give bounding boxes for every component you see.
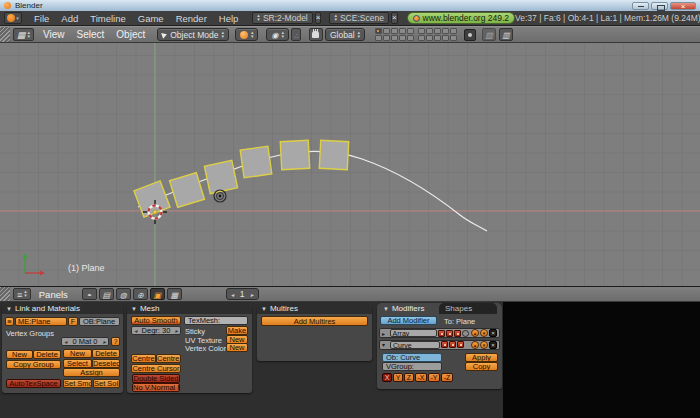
layer-toggle[interactable]	[434, 35, 441, 41]
axis-z-toggle[interactable]: Z	[404, 373, 414, 382]
close-button[interactable]	[670, 2, 696, 10]
render-preview-button[interactable]	[482, 28, 496, 41]
axis-x-toggle[interactable]: X	[382, 373, 392, 382]
buttons-window-type-button[interactable]	[13, 288, 31, 300]
layer-toggle[interactable]	[407, 28, 414, 34]
vgroup-delete-button[interactable]: Delete	[33, 350, 61, 359]
menu-help[interactable]: Help	[219, 13, 239, 24]
stepper-right-icon[interactable]: ▸	[175, 327, 178, 334]
scene-delete-button[interactable]: ×	[391, 12, 398, 24]
panels-menu[interactable]: Panels	[39, 289, 68, 300]
window-corner-handle[interactable]	[0, 27, 10, 42]
plane-object[interactable]	[319, 140, 348, 169]
render-snapshot-button[interactable]	[499, 28, 513, 41]
menu-game[interactable]: Game	[138, 13, 164, 24]
object-context-button[interactable]	[133, 288, 148, 300]
menu-render[interactable]: Render	[176, 13, 207, 24]
orientation-dropdown[interactable]: Global	[325, 28, 365, 41]
apply-button[interactable]: Apply	[465, 353, 498, 362]
material-stepper[interactable]: ◂ 0 Mat 0 ▸	[61, 337, 109, 346]
autotexspace-toggle[interactable]: AutoTexSpace	[6, 379, 61, 388]
material-delete-button[interactable]: Delete	[92, 349, 120, 358]
plane-object[interactable]	[204, 160, 237, 193]
delete-modifier-button[interactable]	[489, 329, 497, 337]
stepper-left-icon[interactable]: ◂	[231, 291, 234, 298]
screen-selector[interactable]: SR:2-Model	[252, 12, 312, 24]
editmode-toggle-icon[interactable]	[457, 341, 464, 348]
move-down-button[interactable]	[480, 329, 488, 337]
layer-toggle[interactable]	[375, 35, 382, 41]
no-vnormal-flip-toggle[interactable]: No V.Normal Flip	[132, 383, 180, 392]
maximize-button[interactable]	[651, 2, 668, 10]
collapse-icon[interactable]: ▼	[6, 306, 12, 312]
panel-header-link[interactable]: ▼ Link and Materials	[2, 303, 123, 314]
modifier-name-field[interactable]: Curve	[390, 341, 440, 349]
axis-negz-toggle[interactable]: -Z	[441, 373, 453, 382]
tab-modifiers[interactable]: ▼ Modifiers	[377, 303, 439, 314]
layer-toggle[interactable]	[442, 35, 449, 41]
modifier-name-field[interactable]: Array	[390, 329, 437, 337]
mesh-browse-button[interactable]: ≡	[5, 317, 14, 326]
editing-context-button[interactable]	[150, 288, 165, 300]
centre-button[interactable]: Centre	[131, 354, 156, 363]
layer-toggle[interactable]	[391, 28, 398, 34]
mesh-name-field[interactable]: ME:Plane	[15, 317, 67, 326]
move-down-button[interactable]	[480, 341, 488, 349]
material-new-button[interactable]: New	[63, 349, 92, 358]
manipulator-button[interactable]	[309, 28, 323, 41]
layer-toggle[interactable]	[450, 28, 457, 34]
stepper-left-icon[interactable]: ◂	[64, 338, 67, 345]
layer-toggle[interactable]	[426, 35, 433, 41]
viewport-3d[interactable]: (1) Plane	[0, 43, 700, 286]
blender-logo-button[interactable]: ▾	[4, 12, 22, 24]
scene-selector[interactable]: SCE:Scene	[329, 12, 388, 24]
menu-timeline[interactable]: Timeline	[90, 13, 126, 24]
render-toggle-icon[interactable]	[441, 341, 448, 348]
select-button[interactable]: Select	[63, 359, 92, 368]
realtime-toggle-icon[interactable]	[449, 341, 456, 348]
layer-toggle[interactable]	[383, 28, 390, 34]
draw-mode-dropdown[interactable]	[235, 28, 259, 41]
stepper-right-icon[interactable]: ▸	[103, 338, 106, 345]
window-corner-handle[interactable]	[0, 287, 10, 301]
curve-object-field[interactable]: Ob: Curve	[382, 353, 442, 362]
copy-button[interactable]: Copy	[465, 362, 498, 371]
deselect-button[interactable]: Deselect	[92, 359, 120, 368]
layer-toggle[interactable]	[426, 28, 433, 34]
layer-toggle[interactable]	[391, 35, 398, 41]
realtime-toggle-icon[interactable]	[446, 330, 453, 337]
axis-negy-toggle[interactable]: -Y	[428, 373, 440, 382]
centre-cursor-button[interactable]: Centre Cursor	[131, 364, 181, 373]
collapse-icon[interactable]: ▼	[261, 306, 267, 312]
auto-smooth-toggle[interactable]: Auto Smooth	[131, 316, 181, 325]
collapse-icon[interactable]: ▼	[383, 306, 389, 312]
layer-toggle[interactable]	[407, 35, 414, 41]
editmode-toggle-icon[interactable]	[454, 330, 461, 337]
menu-view[interactable]: View	[43, 29, 65, 40]
screen-delete-button[interactable]: ×	[315, 12, 322, 24]
assign-button[interactable]: Assign	[63, 368, 120, 377]
menu-object[interactable]: Object	[116, 29, 145, 40]
axis-y-toggle[interactable]: Y	[393, 373, 403, 382]
tab-shapes[interactable]: Shapes	[439, 303, 497, 314]
add-multires-button[interactable]: Add Multires	[261, 316, 368, 326]
snap-button[interactable]	[291, 28, 301, 41]
layer-toggle[interactable]	[450, 35, 457, 41]
panel-header-multires[interactable]: ▼ Multires	[257, 303, 372, 314]
mode-dropdown[interactable]: Object Mode	[157, 28, 229, 41]
plane-object[interactable]	[240, 146, 272, 178]
fake-user-button[interactable]: F	[68, 317, 78, 326]
degr-stepper[interactable]: ◂ Degr: 30 ▸	[131, 326, 181, 335]
layer-toggle[interactable]	[418, 35, 425, 41]
move-up-button[interactable]	[471, 329, 479, 337]
minimize-button[interactable]	[632, 2, 649, 10]
render-toggle-icon[interactable]	[438, 330, 445, 337]
move-up-button[interactable]	[471, 341, 479, 349]
axis-negx-toggle[interactable]: -X	[415, 373, 427, 382]
plane-object[interactable]	[280, 140, 309, 169]
layer-toggle[interactable]	[383, 35, 390, 41]
sticky-make-button[interactable]: Make	[226, 326, 248, 335]
add-modifier-button[interactable]: Add Modifier	[380, 316, 437, 325]
copy-group-button[interactable]: Copy Group	[6, 360, 61, 369]
logic-context-button[interactable]	[82, 288, 97, 300]
